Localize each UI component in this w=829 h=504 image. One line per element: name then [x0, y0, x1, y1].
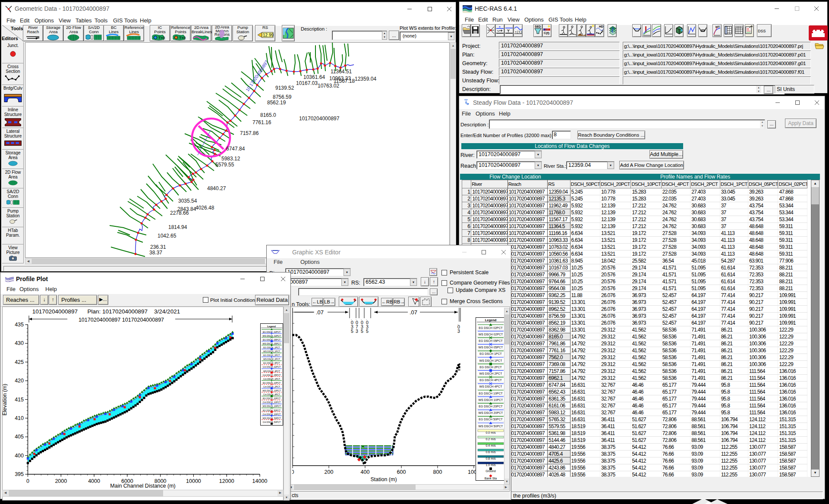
svg-text:WS DSCH 02PCT: WS DSCH 02PCT [479, 333, 504, 336]
svg-text:EG DSCH 05PCT: EG DSCH 05PCT [479, 339, 503, 342]
svg-text:10170204000897 Plan: 1017: 10170204000897 Plan: 10170204000897 3/24… [32, 308, 180, 315]
svg-text:14000: 14000 [252, 478, 268, 484]
svg-text:Legend: Legend [267, 325, 276, 328]
svg-text:.035: .035 [361, 317, 363, 334]
svg-text:Main Channel Distance (m): Main Channel Distance (m) [110, 483, 175, 489]
svg-text:1.0 m/s: 1.0 m/s [486, 463, 496, 466]
svg-text:EG DSCH 1PCT: EG DSCH 1PCT [479, 352, 502, 355]
svg-text:Legend: Legend [485, 318, 497, 322]
svg-text:0.8 m/s: 0.8 m/s [486, 457, 496, 460]
svg-text:WS DSCH 50PCT: WS DSCH 50PCT [479, 425, 504, 428]
svg-text:400: 400 [15, 453, 24, 459]
svg-text:0: 0 [26, 478, 29, 484]
svg-text:405: 405 [15, 434, 24, 440]
svg-text:10170204000897: 10170204000897 [299, 116, 340, 122]
svg-text:8562.19: 8562.19 [267, 100, 286, 106]
svg-text:430: 430 [15, 340, 24, 346]
svg-text:12000: 12000 [219, 478, 234, 484]
svg-text:425: 425 [15, 359, 24, 365]
svg-text:5983.12: 5983.12 [221, 156, 240, 162]
svg-text:10167.03: 10167.03 [296, 80, 318, 86]
svg-text:WS DSCH 05PCT: WS DSCH 05PCT [479, 346, 504, 349]
svg-text:10361.64: 10361.64 [303, 74, 325, 80]
svg-text:DSS: DSS [758, 29, 766, 33]
svg-text:WS DSCH 4PCT: WS DSCH 4PCT [479, 385, 503, 388]
svg-text:Bank Sta: Bank Sta [485, 477, 497, 480]
svg-text:1042.65: 1042.65 [158, 233, 177, 239]
svg-text:EG DSCH 4PCT: EG DSCH 4PCT [479, 379, 502, 382]
svg-text:6747.84: 6747.84 [226, 146, 245, 152]
svg-text:9139.52: 9139.52 [275, 85, 294, 91]
svg-text:Elevation (m): Elevation (m) [2, 384, 8, 416]
svg-text:8165.0: 8165.0 [260, 112, 276, 118]
svg-text:SED: SED [535, 25, 541, 28]
svg-text:600: 600 [397, 469, 406, 475]
svg-text:435: 435 [15, 322, 24, 328]
svg-text:WS DSCH 10PCT: WS DSCH 10PCT [479, 398, 504, 401]
svg-text:1814.94: 1814.94 [168, 224, 187, 230]
svg-text:.073: .073 [356, 317, 358, 334]
svg-text:7761.16: 7761.16 [252, 119, 271, 125]
svg-text:11567.18: 11567.18 [334, 78, 355, 84]
svg-text:.035: .035 [351, 317, 353, 334]
svg-text:200: 200 [325, 469, 334, 475]
svg-text:4000: 4000 [88, 478, 100, 484]
svg-text:T×|t: T×|t [179, 36, 186, 40]
svg-text:5579.55: 5579.55 [215, 162, 234, 168]
svg-text:EG DSCH 20PCT: EG DSCH 20PCT [479, 405, 503, 408]
svg-text:10 170204000897: 10 170204000897 [245, 59, 269, 92]
svg-text:WS DSCH 1PCT: WS DSCH 1PCT [479, 359, 503, 362]
svg-text:236.31: 236.31 [150, 244, 166, 250]
svg-text:0.6 m/s: 0.6 m/s [486, 451, 496, 454]
svg-text:0: 0 [292, 469, 294, 475]
svg-text:WS DSCH_20PCT: WS DSCH_20PCT [263, 405, 281, 407]
svg-text:0.4 m/s: 0.4 m/s [486, 444, 496, 447]
svg-text:.07: .07 [316, 309, 324, 316]
svg-text:•(t): •(t) [515, 30, 522, 34]
svg-text:EG DSCH 10PCT: EG DSCH 10PCT [479, 392, 503, 395]
svg-text:0.0 m/s: 0.0 m/s [486, 431, 496, 434]
svg-text:0.2 m/s: 0.2 m/s [486, 438, 496, 441]
svg-text:420: 420 [15, 378, 24, 384]
svg-text:4026.48: 4026.48 [195, 205, 214, 211]
svg-text:C(t): C(t) [544, 31, 549, 35]
svg-text:11364.51: 11364.51 [331, 69, 352, 75]
svg-text:WS DSCH 2PCT: WS DSCH 2PCT [479, 372, 503, 375]
svg-text:WS DSCH 20PCT: WS DSCH 20PCT [479, 411, 504, 414]
svg-text:7157.86: 7157.86 [240, 130, 259, 136]
svg-text:410: 410 [15, 415, 24, 421]
svg-text:HD: HD [599, 25, 603, 28]
svg-text:T×|t: T×|t [158, 36, 165, 40]
svg-text:395: 395 [15, 471, 24, 477]
svg-text:10170204000897 10170204000897: 10170204000897 10170204000897 [79, 317, 164, 323]
svg-text:Ground: Ground [485, 470, 495, 473]
svg-text:.035: .035 [366, 317, 369, 334]
svg-text:10000: 10000 [186, 478, 201, 484]
svg-text:2000: 2000 [55, 478, 67, 484]
svg-text:4840.27: 4840.27 [207, 185, 226, 191]
svg-text:WS DSCH_02PCT: WS DSCH_02PCT [263, 335, 281, 337]
svg-text:3035.54: 3035.54 [178, 198, 197, 204]
svg-text:EG DSCH_10PCT: EG DSCH_10PCT [263, 382, 281, 384]
svg-text:800: 800 [433, 469, 442, 475]
svg-text:415: 415 [15, 397, 24, 403]
svg-text:WS DSCH_2PCT: WS DSCH_2PCT [263, 358, 280, 360]
svg-text:EG DSCH 02PCT: EG DSCH 02PCT [479, 326, 503, 329]
svg-text:400: 400 [361, 469, 370, 475]
svg-text:12359.04: 12359.04 [355, 76, 376, 82]
svg-text:2843.84: 2843.84 [177, 206, 196, 212]
svg-text:8756.59: 8756.59 [273, 94, 292, 100]
svg-text:EG DSCH 50PCT: EG DSCH 50PCT [479, 418, 503, 421]
svg-text:.03: .03 [457, 322, 460, 334]
svg-text:Station (m): Station (m) [370, 476, 397, 482]
svg-text:.07: .07 [410, 309, 417, 316]
svg-text:38.37: 38.37 [149, 250, 162, 256]
svg-text:EG DSCH 2PCT: EG DSCH 2PCT [479, 366, 502, 369]
svg-text:12.99: 12.99 [263, 33, 274, 38]
